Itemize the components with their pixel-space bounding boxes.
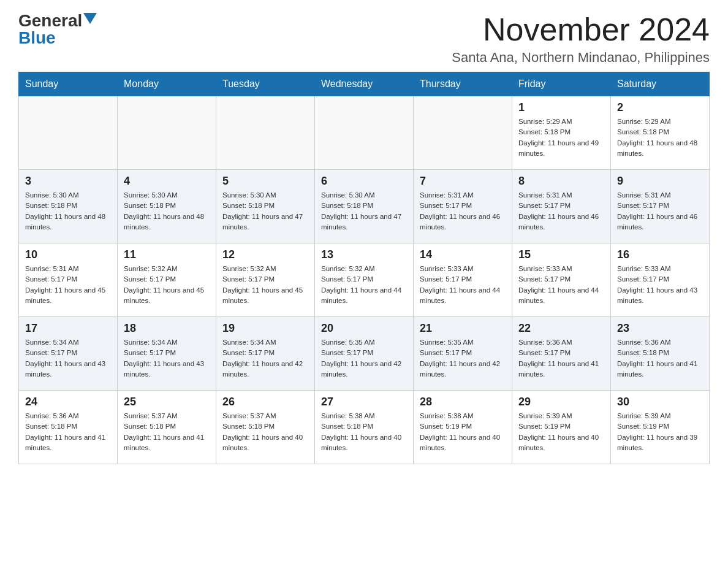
table-row xyxy=(216,96,315,170)
day-number: 7 xyxy=(420,175,506,188)
day-info: Sunrise: 5:30 AMSunset: 5:18 PMDaylight:… xyxy=(321,190,407,232)
table-row: 7Sunrise: 5:31 AMSunset: 5:17 PMDaylight… xyxy=(414,170,512,243)
day-info: Sunrise: 5:33 AMSunset: 5:17 PMDaylight:… xyxy=(518,264,604,306)
table-row: 3Sunrise: 5:30 AMSunset: 5:18 PMDaylight… xyxy=(19,170,118,243)
table-row: 12Sunrise: 5:32 AMSunset: 5:17 PMDayligh… xyxy=(216,243,315,317)
table-row: 18Sunrise: 5:34 AMSunset: 5:17 PMDayligh… xyxy=(118,317,216,391)
day-number: 4 xyxy=(124,175,210,188)
day-info: Sunrise: 5:33 AMSunset: 5:17 PMDaylight:… xyxy=(420,264,506,306)
table-row: 29Sunrise: 5:39 AMSunset: 5:19 PMDayligh… xyxy=(512,391,611,464)
table-row: 4Sunrise: 5:30 AMSunset: 5:18 PMDaylight… xyxy=(118,170,216,243)
table-row: 20Sunrise: 5:35 AMSunset: 5:17 PMDayligh… xyxy=(315,317,414,391)
table-row xyxy=(19,96,118,170)
day-number: 8 xyxy=(518,175,604,188)
day-info: Sunrise: 5:31 AMSunset: 5:17 PMDaylight:… xyxy=(25,264,111,306)
calendar-week-row: 24Sunrise: 5:36 AMSunset: 5:18 PMDayligh… xyxy=(19,391,710,464)
day-number: 15 xyxy=(518,248,604,261)
day-info: Sunrise: 5:36 AMSunset: 5:18 PMDaylight:… xyxy=(617,337,703,380)
table-row: 15Sunrise: 5:33 AMSunset: 5:17 PMDayligh… xyxy=(512,243,611,317)
day-info: Sunrise: 5:33 AMSunset: 5:17 PMDaylight:… xyxy=(617,264,703,306)
day-number: 27 xyxy=(321,396,407,408)
day-info: Sunrise: 5:36 AMSunset: 5:17 PMDaylight:… xyxy=(518,337,604,380)
table-row: 8Sunrise: 5:31 AMSunset: 5:17 PMDaylight… xyxy=(512,170,611,243)
header-saturday: Saturday xyxy=(611,72,710,96)
day-info: Sunrise: 5:32 AMSunset: 5:17 PMDaylight:… xyxy=(124,264,210,306)
day-number: 11 xyxy=(124,248,210,261)
day-number: 20 xyxy=(321,322,407,335)
day-info: Sunrise: 5:29 AMSunset: 5:18 PMDaylight:… xyxy=(518,117,604,159)
logo: General Blue xyxy=(18,12,97,47)
header-thursday: Thursday xyxy=(414,72,512,96)
day-info: Sunrise: 5:37 AMSunset: 5:18 PMDaylight:… xyxy=(124,411,210,453)
header-monday: Monday xyxy=(118,72,216,96)
day-info: Sunrise: 5:29 AMSunset: 5:18 PMDaylight:… xyxy=(617,117,703,159)
day-info: Sunrise: 5:35 AMSunset: 5:17 PMDaylight:… xyxy=(420,337,506,380)
table-row: 17Sunrise: 5:34 AMSunset: 5:17 PMDayligh… xyxy=(19,317,118,391)
day-number: 9 xyxy=(617,175,703,188)
day-info: Sunrise: 5:30 AMSunset: 5:18 PMDaylight:… xyxy=(25,190,111,232)
day-number: 14 xyxy=(420,248,506,261)
logo-general: General xyxy=(18,12,82,29)
calendar-week-row: 1Sunrise: 5:29 AMSunset: 5:18 PMDaylight… xyxy=(19,96,710,170)
header-wednesday: Wednesday xyxy=(315,72,414,96)
day-number: 29 xyxy=(518,396,604,408)
day-info: Sunrise: 5:31 AMSunset: 5:17 PMDaylight:… xyxy=(518,190,604,232)
table-row: 5Sunrise: 5:30 AMSunset: 5:18 PMDaylight… xyxy=(216,170,315,243)
day-number: 28 xyxy=(420,396,506,408)
day-info: Sunrise: 5:35 AMSunset: 5:17 PMDaylight:… xyxy=(321,337,407,380)
day-info: Sunrise: 5:38 AMSunset: 5:19 PMDaylight:… xyxy=(420,411,506,453)
day-number: 22 xyxy=(518,322,604,335)
header-friday: Friday xyxy=(512,72,611,96)
day-info: Sunrise: 5:31 AMSunset: 5:17 PMDaylight:… xyxy=(617,190,703,232)
table-row: 23Sunrise: 5:36 AMSunset: 5:18 PMDayligh… xyxy=(611,317,710,391)
day-number: 23 xyxy=(617,322,703,335)
day-number: 25 xyxy=(124,396,210,408)
month-title: November 2024 xyxy=(452,12,710,47)
table-row: 1Sunrise: 5:29 AMSunset: 5:18 PMDaylight… xyxy=(512,96,611,170)
day-info: Sunrise: 5:34 AMSunset: 5:17 PMDaylight:… xyxy=(25,337,111,380)
title-area: November 2024 Santa Ana, Northern Mindan… xyxy=(452,12,710,66)
logo-blue: Blue xyxy=(18,29,56,47)
calendar-table: Sunday Monday Tuesday Wednesday Thursday… xyxy=(18,72,710,464)
table-row: 26Sunrise: 5:37 AMSunset: 5:18 PMDayligh… xyxy=(216,391,315,464)
day-number: 30 xyxy=(617,396,703,408)
table-row: 21Sunrise: 5:35 AMSunset: 5:17 PMDayligh… xyxy=(414,317,512,391)
calendar-week-row: 10Sunrise: 5:31 AMSunset: 5:17 PMDayligh… xyxy=(19,243,710,317)
logo-triangle-icon xyxy=(83,13,97,26)
table-row: 24Sunrise: 5:36 AMSunset: 5:18 PMDayligh… xyxy=(19,391,118,464)
day-number: 5 xyxy=(222,175,308,188)
day-number: 6 xyxy=(321,175,407,188)
day-info: Sunrise: 5:38 AMSunset: 5:18 PMDaylight:… xyxy=(321,411,407,453)
calendar-header-row: Sunday Monday Tuesday Wednesday Thursday… xyxy=(19,72,710,96)
table-row xyxy=(315,96,414,170)
day-info: Sunrise: 5:37 AMSunset: 5:18 PMDaylight:… xyxy=(222,411,308,453)
svg-marker-0 xyxy=(83,13,97,24)
table-row: 2Sunrise: 5:29 AMSunset: 5:18 PMDaylight… xyxy=(611,96,710,170)
day-info: Sunrise: 5:31 AMSunset: 5:17 PMDaylight:… xyxy=(420,190,506,232)
table-row: 6Sunrise: 5:30 AMSunset: 5:18 PMDaylight… xyxy=(315,170,414,243)
day-info: Sunrise: 5:39 AMSunset: 5:19 PMDaylight:… xyxy=(518,411,604,453)
table-row xyxy=(118,96,216,170)
table-row xyxy=(414,96,512,170)
table-row: 28Sunrise: 5:38 AMSunset: 5:19 PMDayligh… xyxy=(414,391,512,464)
calendar-week-row: 3Sunrise: 5:30 AMSunset: 5:18 PMDaylight… xyxy=(19,170,710,243)
day-info: Sunrise: 5:39 AMSunset: 5:19 PMDaylight:… xyxy=(617,411,703,453)
day-info: Sunrise: 5:32 AMSunset: 5:17 PMDaylight:… xyxy=(222,264,308,306)
day-info: Sunrise: 5:30 AMSunset: 5:18 PMDaylight:… xyxy=(124,190,210,232)
table-row: 10Sunrise: 5:31 AMSunset: 5:17 PMDayligh… xyxy=(19,243,118,317)
table-row: 25Sunrise: 5:37 AMSunset: 5:18 PMDayligh… xyxy=(118,391,216,464)
day-number: 1 xyxy=(518,101,604,114)
day-number: 16 xyxy=(617,248,703,261)
calendar-week-row: 17Sunrise: 5:34 AMSunset: 5:17 PMDayligh… xyxy=(19,317,710,391)
day-number: 21 xyxy=(420,322,506,335)
day-info: Sunrise: 5:36 AMSunset: 5:18 PMDaylight:… xyxy=(25,411,111,453)
day-number: 26 xyxy=(222,396,308,408)
day-number: 18 xyxy=(124,322,210,335)
day-number: 13 xyxy=(321,248,407,261)
table-row: 13Sunrise: 5:32 AMSunset: 5:17 PMDayligh… xyxy=(315,243,414,317)
day-info: Sunrise: 5:32 AMSunset: 5:17 PMDaylight:… xyxy=(321,264,407,306)
table-row: 14Sunrise: 5:33 AMSunset: 5:17 PMDayligh… xyxy=(414,243,512,317)
table-row: 16Sunrise: 5:33 AMSunset: 5:17 PMDayligh… xyxy=(611,243,710,317)
day-number: 10 xyxy=(25,248,111,261)
day-info: Sunrise: 5:34 AMSunset: 5:17 PMDaylight:… xyxy=(222,337,308,380)
